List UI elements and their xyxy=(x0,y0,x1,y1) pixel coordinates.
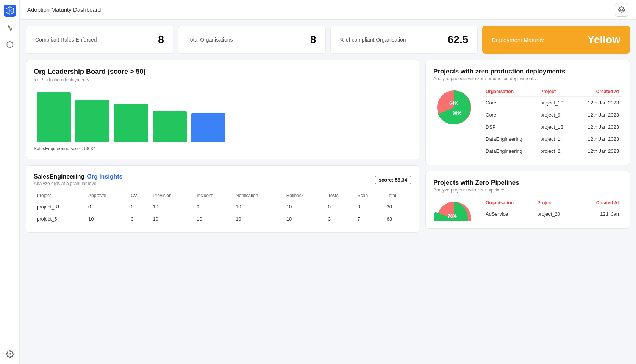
table-cell: 12th Jan 2023 xyxy=(574,133,622,145)
stat-compliant-value: 8 xyxy=(158,34,164,46)
stat-deployment-maturity: Deployment Maturity Yellow xyxy=(482,26,630,54)
sidebar xyxy=(0,0,20,364)
stats-row: Compliant Rules Enforced 8 Total Organis… xyxy=(26,26,630,54)
table-cell: 63 xyxy=(384,213,411,225)
table-cell: 7 xyxy=(355,213,384,225)
col-proj: Project xyxy=(537,87,574,97)
table-cell: DataEngineering xyxy=(483,145,537,157)
insights-table: Project Approval CV Provision Incident N… xyxy=(34,191,411,225)
table-cell: project_9 xyxy=(537,109,574,121)
col-created: Created At xyxy=(574,87,622,97)
col-project: Project xyxy=(34,191,85,201)
zero-pipelines-card: Projects with Zero Pipelines Analyze pro… xyxy=(425,171,630,229)
table-cell: 10 xyxy=(283,201,325,213)
col-total: Total xyxy=(384,191,411,201)
table-header-row: Project Approval CV Provision Incident N… xyxy=(34,191,411,201)
svg-text:78%: 78% xyxy=(448,213,457,219)
zero-deploy-table: Organisation Project Created At Coreproj… xyxy=(483,87,622,157)
bar-4[interactable] xyxy=(153,111,187,142)
table-cell: DSP xyxy=(483,121,537,133)
col-org-2: Organisation xyxy=(483,198,534,208)
table-cell: 3 xyxy=(325,213,355,225)
insights-header: SalesEngineering Org Insights Analyze or… xyxy=(34,173,411,186)
sidebar-chart-icon[interactable] xyxy=(5,23,15,33)
zero-pipelines-subtitle: Analyze projects with zero pipelines xyxy=(433,187,622,193)
sidebar-settings-icon[interactable] xyxy=(5,349,15,359)
table-cell: Core xyxy=(483,97,537,109)
bar-chart xyxy=(34,89,411,142)
stat-compliant-rules: Compliant Rules Enforced 8 xyxy=(26,26,173,54)
table-cell: 0 xyxy=(325,201,355,213)
stat-pct-compliant: % of compliant Organisation 62.5 xyxy=(330,26,478,54)
zero-deploy-title: Projects with zero production deployment… xyxy=(433,68,622,75)
stat-pct-value: 62.5 xyxy=(448,34,469,46)
table-cell: project_13 xyxy=(537,121,574,133)
left-panel: Org Leadership Board (score > 50) for Pr… xyxy=(26,60,419,233)
bar-2[interactable] xyxy=(75,100,109,142)
stat-orgs-label: Total Organisations xyxy=(188,37,233,43)
col-tests: Tests xyxy=(325,191,355,201)
table-cell: 10 xyxy=(150,213,194,225)
col-incident: Incident xyxy=(194,191,233,201)
table-row: DataEngineeringproject_112th Jan 2023 xyxy=(483,133,622,145)
stat-orgs-value: 8 xyxy=(310,34,316,46)
zero-deploy-subtitle: Analyze projects with zero production de… xyxy=(433,76,622,81)
insights-card: SalesEngineering Org Insights Analyze or… xyxy=(26,165,419,233)
leaderboard-subtitle: for Prodcution deployments xyxy=(34,77,411,82)
col-cv: CV xyxy=(128,191,150,201)
col-proj-2: Project xyxy=(534,198,578,208)
table-cell: project_31 xyxy=(34,201,85,213)
leaderboard-title: Org Leadership Board (score > 50) xyxy=(34,68,411,76)
table-cell: project_2 xyxy=(537,145,574,157)
page-title: Adoption Maturity Dashboard xyxy=(27,6,101,13)
bar-5[interactable] xyxy=(191,113,225,142)
svg-point-2 xyxy=(621,9,623,11)
settings-button[interactable] xyxy=(615,3,628,17)
svg-point-1 xyxy=(9,353,11,355)
table-cell: 12th Jan 2023 xyxy=(574,121,622,133)
score-badge: score: 58.34 xyxy=(375,176,411,184)
table-cell: 0 xyxy=(194,201,233,213)
table-row: Coreproject_912th Jan 2023 xyxy=(483,109,622,121)
table-cell: project_1 xyxy=(537,133,574,145)
insights-title: SalesEngineering Org Insights xyxy=(34,173,123,180)
stat-maturity-value: Yellow xyxy=(588,34,620,46)
table-row: DataEngineeringproject_212th Jan 2023 xyxy=(483,145,622,157)
app-logo[interactable] xyxy=(4,5,16,17)
table-row: Coreproject_1012th Jan 2023 xyxy=(483,97,622,109)
table-cell: AdService xyxy=(483,208,534,220)
insights-subtitle: Analyze orgs at a granular level xyxy=(34,181,123,186)
table-cell: 10 xyxy=(233,201,283,213)
svg-text:64%: 64% xyxy=(449,101,458,106)
bar-3[interactable] xyxy=(114,104,148,142)
col-notification: Notification xyxy=(233,191,283,201)
dashboard-body: Compliant Rules Enforced 8 Total Organis… xyxy=(20,20,636,364)
col-approval: Approval xyxy=(85,191,128,201)
col-rollback: Rollback xyxy=(283,191,325,201)
zero-pipelines-header-row: Organisation Project Created At xyxy=(483,198,622,208)
table-cell: 0 xyxy=(85,201,128,213)
table-cell: 12th Jan xyxy=(578,208,622,220)
zero-deploy-header-row: Organisation Project Created At xyxy=(483,87,622,97)
col-provision: Provision xyxy=(150,191,194,201)
table-row: AdServiceproject_2012th Jan xyxy=(483,208,622,220)
sidebar-box-icon[interactable] xyxy=(5,39,15,50)
table-cell: 12th Jan 2023 xyxy=(574,97,622,109)
zero-deployments-card: Projects with zero production deployment… xyxy=(425,60,630,165)
table-cell: 0 xyxy=(128,201,150,213)
insights-org-name: SalesEngineering xyxy=(34,173,84,180)
table-cell: 0 xyxy=(355,201,384,213)
table-cell: 30 xyxy=(384,201,411,213)
table-cell: 12th Jan 2023 xyxy=(574,109,622,121)
main-content: Adoption Maturity Dashboard Compliant Ru… xyxy=(20,0,636,364)
bar-hover-label: SalesEngineering score: 58.34 xyxy=(34,146,411,151)
bar-1[interactable] xyxy=(37,92,71,142)
table-cell: 10 xyxy=(283,213,325,225)
stat-pct-label: % of compliant Organisation xyxy=(340,37,406,43)
zero-pipelines-table: Organisation Project Created At AdServic… xyxy=(483,198,622,220)
col-created-2: Created At xyxy=(578,198,622,208)
table-row: DSPproject_1312th Jan 2023 xyxy=(483,121,622,133)
table-cell: project_20 xyxy=(534,208,578,220)
table-cell: 3 xyxy=(128,213,150,225)
table-row: project_310010010100030 xyxy=(34,201,411,213)
